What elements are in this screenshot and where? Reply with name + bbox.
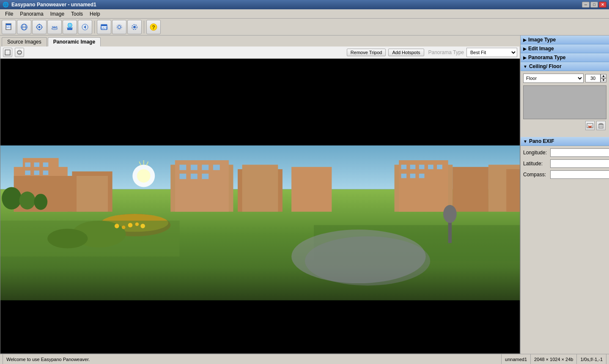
svg-text:360: 360: [52, 25, 58, 29]
titlebar-title: 🌐 Easypano Panoweaver - unnamed1: [3, 2, 96, 8]
svg-rect-15: [67, 27, 73, 28]
svg-point-29: [17, 50, 22, 55]
svg-point-48: [34, 194, 47, 210]
menu-tools[interactable]: Tools: [68, 10, 86, 18]
stitch-button[interactable]: [17, 20, 31, 34]
tabs: Source Images Panoramic Image: [0, 36, 520, 47]
main-layout: Source Images Panoramic Image Remove Tri…: [0, 36, 609, 354]
menu-file[interactable]: File: [2, 10, 16, 18]
export-button[interactable]: SAVE: [97, 20, 111, 34]
status-info: 1/0s,f/-1,-1: [577, 354, 606, 364]
longitude-row: Longitude:: [523, 148, 606, 157]
section-header-panorama-type[interactable]: ▶ Panorama Type: [521, 53, 609, 62]
rect-view-button[interactable]: [3, 48, 12, 57]
svg-rect-52: [191, 165, 198, 170]
section-label-image-type: Image Type: [528, 37, 556, 43]
section-header-ceiling-floor[interactable]: ▼ Ceiling/ Floor: [521, 62, 609, 71]
menu-panorama[interactable]: Panorama: [16, 10, 47, 18]
close-button[interactable]: ✕: [599, 2, 606, 8]
ceiling-floor-actions: [523, 121, 606, 133]
svg-point-81: [305, 236, 430, 285]
svg-rect-72: [410, 174, 416, 178]
minimize-button[interactable]: ─: [582, 2, 590, 8]
compass-row: Compass:: [523, 170, 606, 179]
svg-text:SAVE: SAVE: [100, 27, 108, 30]
arrow-icon-image-type: ▶: [523, 38, 527, 42]
section-label-edit-image: Edit Image: [528, 46, 554, 52]
svg-rect-67: [410, 165, 416, 170]
publish-button[interactable]: 🌐: [63, 20, 77, 34]
section-header-pano-exif[interactable]: ▼ Pano EXIF: [521, 137, 609, 146]
svg-rect-70: [437, 165, 442, 170]
status-dimensions-text: 2048 × 1024 × 24b: [534, 357, 573, 362]
view-mode-select[interactable]: Best Fit 50% 100% 200% Fit Width Fit Hei…: [466, 48, 517, 57]
section-label-ceiling-floor: Ceiling/ Floor: [529, 63, 562, 69]
compass-input[interactable]: [550, 170, 609, 179]
floor-type-select[interactable]: Floor Ceiling Both: [523, 74, 584, 83]
app-title: Easypano Panoweaver - unnamed1: [11, 2, 96, 8]
pano-canvas: [0, 59, 520, 354]
compass-label: Compass:: [523, 172, 549, 178]
settings2-button[interactable]: [127, 20, 142, 34]
svg-point-92: [122, 226, 125, 229]
toolbar-separator-1: [94, 21, 95, 33]
status-dimensions: 2048 × 1024 × 24b: [531, 354, 577, 364]
svg-rect-99: [600, 123, 602, 124]
tab-panoramic-image[interactable]: Panoramic Image: [48, 37, 101, 47]
svg-rect-56: [191, 174, 198, 179]
svg-point-24: [133, 26, 136, 28]
arrow-icon-panorama-type: ▶: [523, 55, 527, 60]
svg-rect-71: [401, 174, 406, 178]
section-header-edit-image[interactable]: ▶ Edit Image: [521, 44, 609, 53]
latitude-row: Latitude:: [523, 159, 606, 168]
maximize-button[interactable]: □: [590, 2, 598, 8]
status-info-text: 1/0s,f/-1,-1: [580, 357, 603, 362]
svg-text:?: ?: [152, 25, 155, 30]
svg-rect-55: [179, 174, 186, 179]
arrow-icon-edit-image: ▶: [523, 47, 527, 51]
back-button[interactable]: [78, 20, 92, 34]
help-button[interactable]: ?: [146, 20, 161, 34]
sphere-view-button[interactable]: [15, 48, 24, 57]
arrow-icon-pano-exif: ▼: [523, 139, 527, 144]
svg-rect-59: [242, 165, 278, 212]
svg-point-30: [17, 52, 22, 54]
svg-point-7: [38, 26, 41, 28]
image-toolbar: Remove Tripod Add Hotspots Panorama Type…: [0, 47, 520, 59]
section-header-image-type[interactable]: ▶ Image Type: [521, 36, 609, 44]
svg-point-22: [118, 25, 121, 28]
svg-point-85: [137, 169, 151, 183]
floor-value-input[interactable]: 30: [585, 74, 601, 82]
svg-point-90: [135, 222, 139, 226]
latitude-label: Latitude:: [523, 161, 549, 167]
tab-source-images[interactable]: Source Images: [2, 37, 47, 47]
svg-point-89: [128, 223, 133, 227]
preview-button[interactable]: [32, 20, 47, 34]
remove-tripod-button[interactable]: Remove Tripod: [347, 49, 386, 56]
left-panel: Source Images Panoramic Image Remove Tri…: [0, 36, 520, 354]
load-image-button[interactable]: [585, 121, 595, 130]
svg-rect-63: [453, 167, 488, 212]
latitude-input[interactable]: [550, 159, 609, 168]
menu-image[interactable]: Image: [47, 10, 68, 18]
svg-point-93: [115, 224, 119, 228]
longitude-input[interactable]: [550, 148, 609, 157]
color-preview: [523, 85, 606, 119]
menu-help[interactable]: Help: [86, 10, 104, 18]
360-viewer-button[interactable]: 360: [47, 20, 62, 34]
spin-down-button[interactable]: ▼: [601, 78, 606, 82]
longitude-label: Longitude:: [523, 150, 549, 156]
titlebar: 🌐 Easypano Panoweaver - unnamed1 ─ □ ✕: [0, 0, 609, 9]
svg-rect-40: [43, 162, 49, 167]
svg-rect-20: [101, 25, 107, 26]
new-project-button[interactable]: IMG: [2, 20, 16, 34]
pano-exif-content: Longitude: Latitude: Compass:: [521, 146, 609, 184]
ceiling-floor-content: Floor Ceiling Both 30 ▲ ▼: [521, 71, 609, 135]
toolbar: IMG 360 🌐: [0, 19, 609, 36]
svg-rect-42: [34, 170, 39, 175]
delete-image-button[interactable]: [596, 121, 606, 130]
settings1-button[interactable]: [112, 20, 126, 34]
spin-buttons: ▲ ▼: [601, 74, 606, 82]
spin-up-button[interactable]: ▲: [601, 74, 606, 78]
add-hotspots-button[interactable]: Add Hotspots: [388, 49, 424, 56]
